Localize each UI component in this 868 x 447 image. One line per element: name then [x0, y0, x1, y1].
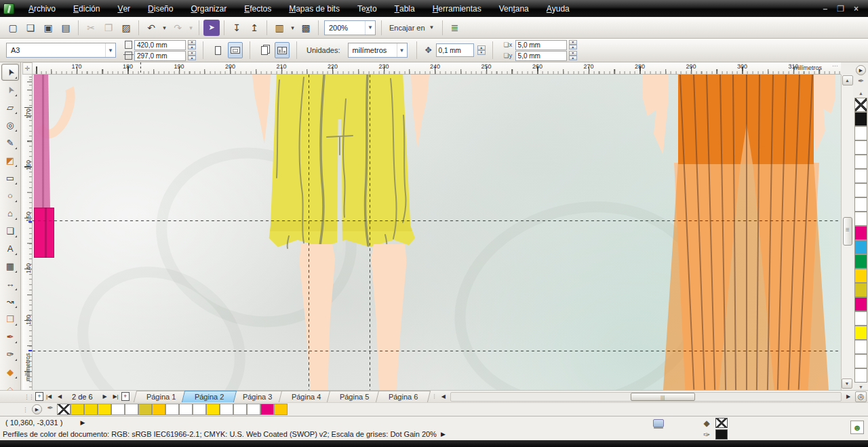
duplicate-y-field[interactable]: 5,0 mm	[515, 51, 567, 61]
snap-options-button[interactable]: ≣	[447, 20, 463, 36]
scroll-up-button[interactable]: ▲	[842, 75, 853, 85]
blend-tool[interactable]: ❒	[1, 311, 19, 328]
color-swatch[interactable]	[233, 404, 247, 415]
color-swatch[interactable]	[854, 240, 867, 254]
spin-up[interactable]: ▲	[188, 56, 196, 60]
redo-button[interactable]: ↷	[170, 20, 186, 36]
outline-color-swatch[interactable]	[715, 429, 728, 440]
spin-down[interactable]: ▼	[477, 50, 486, 55]
polygon-tool[interactable]: ⌂	[1, 205, 19, 222]
vertical-ruler[interactable]: 170160150140130 milímetros	[22, 75, 33, 390]
color-swatch[interactable]	[274, 404, 288, 415]
nudge-field[interactable]: 0,1 mm	[436, 43, 474, 57]
color-swatch[interactable]	[854, 354, 867, 368]
shape-tool[interactable]: ➤	[1, 81, 19, 98]
color-swatch[interactable]	[98, 404, 111, 415]
basic-shapes-tool[interactable]: ❑	[1, 222, 19, 239]
spin-down[interactable]: ▼	[569, 40, 577, 45]
color-swatch[interactable]	[260, 404, 274, 415]
color-swatch[interactable]	[854, 326, 867, 340]
redo-dropdown[interactable]: ▾	[187, 20, 195, 36]
chevron-down-icon[interactable]: ▼	[105, 43, 115, 57]
horizontal-scrollbar[interactable]: |||	[450, 392, 842, 402]
color-swatch[interactable]	[152, 404, 165, 415]
welcome-screen-button[interactable]: ▩	[298, 20, 314, 36]
color-swatch[interactable]	[854, 311, 867, 326]
spin-down[interactable]: ▼	[569, 51, 577, 56]
flyout-arrow-icon[interactable]: ▶	[441, 431, 446, 438]
menu-herramientas[interactable]: Herramientas	[424, 0, 490, 17]
left-leg-shape[interactable]	[297, 244, 336, 390]
save-button[interactable]: ▣	[40, 20, 56, 36]
application-launcher-button[interactable]: ▥	[271, 20, 288, 36]
print-button[interactable]: ▤	[58, 20, 74, 36]
color-proof-icon[interactable]	[653, 419, 664, 427]
color-swatch[interactable]	[179, 404, 193, 415]
left-hand-shape[interactable]	[643, 75, 669, 155]
export-button[interactable]: ↥	[246, 20, 262, 36]
spin-up[interactable]: ▲	[477, 45, 486, 50]
eyedropper-icon[interactable]: ✒	[45, 404, 56, 416]
dimension-tool[interactable]: ↔	[1, 275, 19, 292]
import-button[interactable]: ↧	[229, 20, 245, 36]
no-color-swatch[interactable]	[854, 98, 867, 112]
color-swatch[interactable]	[854, 254, 867, 269]
color-eyedropper-tool[interactable]: ✒	[1, 328, 19, 345]
launcher-dropdown[interactable]: ▾	[289, 20, 296, 36]
ruler-options-icon[interactable]: ⋯	[832, 62, 838, 69]
fill-color-swatch[interactable]	[715, 418, 728, 428]
no-color-swatch[interactable]	[57, 404, 71, 415]
landscape-button[interactable]	[228, 42, 243, 58]
copy-button[interactable]: ❐	[100, 20, 117, 36]
magenta-garment-block[interactable]	[34, 208, 54, 258]
freehand-tool[interactable]: ✎	[1, 134, 19, 151]
minimize-button[interactable]: –	[823, 5, 828, 13]
add-page-before-button[interactable]: +	[35, 392, 43, 401]
menu-edición[interactable]: Edición	[64, 0, 108, 17]
previous-page-button[interactable]: ◀	[55, 392, 64, 402]
scroll-down-button[interactable]: ▼	[842, 378, 852, 389]
open-button[interactable]: ❏	[22, 20, 39, 36]
table-tool[interactable]: ▦	[1, 258, 19, 275]
color-swatch[interactable]	[854, 183, 867, 197]
fit-zoom-dropdown[interactable]: Encajar en ▼	[385, 20, 439, 36]
undo-button[interactable]: ↶	[143, 20, 159, 36]
spin-up[interactable]: ▲	[188, 45, 196, 50]
horizontal-ruler[interactable]: 1701801902002102202302402502602702802903…	[33, 62, 841, 75]
color-swatch[interactable]	[71, 404, 84, 415]
current-page-button[interactable]	[275, 42, 290, 58]
paste-button[interactable]: ▨	[118, 20, 134, 36]
membership-icon[interactable]: ☻	[850, 421, 864, 434]
pan-zoom-button[interactable]: ◎	[855, 391, 867, 402]
color-swatch[interactable]	[84, 404, 98, 415]
color-swatch[interactable]	[247, 404, 260, 415]
drawing-canvas[interactable]	[33, 75, 841, 390]
vertical-scroll-thumb[interactable]	[843, 217, 852, 246]
chevron-down-icon[interactable]: ▼	[365, 21, 375, 35]
spin-up[interactable]: ▲	[569, 45, 577, 50]
portrait-button[interactable]	[210, 42, 225, 58]
menu-archivo[interactable]: Archivo	[20, 0, 64, 17]
vertical-scrollbar[interactable]: ▲ ▼	[841, 75, 853, 390]
zoom-level-combo[interactable]: 200% ▼	[324, 20, 376, 35]
color-swatch[interactable]	[206, 404, 220, 415]
zoom-tool[interactable]: ◎	[1, 117, 19, 134]
spin-down[interactable]: ▼	[188, 40, 196, 45]
horizontal-guideline[interactable]	[33, 220, 841, 221]
horizontal-guideline[interactable]	[33, 351, 841, 351]
ellipse-tool[interactable]: ○	[1, 187, 19, 204]
page-tab-página-6[interactable]: Página 6	[376, 391, 431, 402]
menu-mapas-de-bits[interactable]: Mapas de bits	[280, 0, 349, 17]
horizontal-scroll-thumb[interactable]: |||	[631, 393, 695, 401]
chevron-down-icon[interactable]: ▼	[397, 43, 407, 57]
page-tab-página-5[interactable]: Página 5	[327, 391, 382, 402]
crop-tool[interactable]: ▱	[1, 99, 19, 116]
page-tab-página-3[interactable]: Página 3	[230, 391, 285, 402]
color-swatch[interactable]	[220, 404, 233, 415]
menu-efectos[interactable]: Efectos	[235, 0, 280, 17]
all-pages-button[interactable]	[257, 42, 272, 58]
connector-tool[interactable]: ↝	[1, 293, 19, 310]
scroll-right-button[interactable]: ▶	[844, 392, 853, 402]
page-tab-página-2[interactable]: Página 2	[182, 391, 237, 402]
add-page-after-button[interactable]: +	[121, 392, 130, 401]
